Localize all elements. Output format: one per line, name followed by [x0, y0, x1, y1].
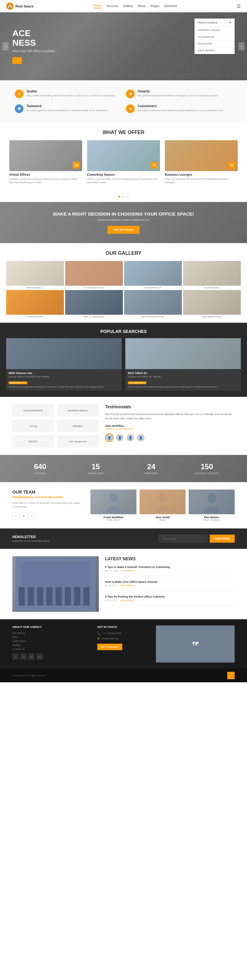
hamburger-icon[interactable]: ☰ — [237, 4, 241, 9]
gallery-label-crescent: 67 CRESCENT AVE. — [65, 286, 123, 289]
feature-commitment: ♥ Commitment We make a difference that m… — [123, 101, 235, 116]
team-cards: Frank McMillan Front, Broker Jane Smith … — [91, 490, 235, 521]
gallery-item-monroe[interactable]: 960 MONROE ST. — [6, 261, 64, 289]
gallery-item-branch[interactable]: 627 BRANCH ST. — [124, 261, 182, 289]
gallery-item-linden[interactable]: 9447 E. LINDEN AVE. — [65, 290, 123, 318]
news-meta-3: Apr 20, 2017 · Jane Webster — [105, 599, 235, 601]
logo-border-bench: BORDER BENCH — [57, 404, 99, 417]
offer-badge-coworking: 75 — [151, 162, 158, 169]
svg-rect-16 — [74, 587, 80, 606]
offer-dot-3[interactable] — [127, 196, 129, 198]
dropdown-item-view-report[interactable]: VIEW REPORT — [194, 47, 235, 54]
hero-cta-button[interactable]: › — [12, 57, 22, 64]
nav-link-services[interactable]: Services — [107, 4, 118, 8]
footer-social-twitter[interactable]: t — [21, 654, 27, 660]
footer-phone: 📞 +1 718-549-0528 — [97, 632, 150, 635]
news-content: LATEST NEWS 5 Tips to Make a Smooth Tran… — [105, 556, 235, 612]
gallery-section: OUR GALLERY 960 MONROE ST. 67 CRESCENT A… — [0, 243, 247, 323]
logo[interactable]: 🏠 Real Space — [6, 2, 33, 10]
footer-link-history[interactable]: Our History — [12, 632, 91, 635]
footer-get-result-button[interactable]: GET A RESULT — [97, 644, 122, 650]
footer-link-news[interactable]: Latest News — [12, 640, 91, 643]
team-next-button[interactable]: + — [21, 512, 27, 519]
team-photo-jane — [140, 490, 186, 514]
popular-badge-talbot[interactable]: 150 MAIN AVE > — [128, 382, 147, 384]
hero-dropdown-header[interactable]: About Company ▼ — [194, 19, 235, 27]
avatar-2[interactable]: 👤 — [115, 433, 124, 442]
hero-section: ‹ ACE NESS More than 160 offices availab… — [0, 12, 247, 80]
gallery-label-branch: 627 BRANCH ST. — [124, 286, 182, 289]
avatar-3[interactable]: 👤 — [126, 433, 135, 442]
team-role-ben: Chief Coordinator — [189, 519, 235, 521]
footer-social: f t in g+ — [12, 654, 91, 660]
dropdown-item-company-values[interactable]: COMPANY VALUES — [194, 27, 235, 33]
nav-link-news[interactable]: News — [138, 4, 146, 8]
nav-link-gallery[interactable]: Gallery — [123, 4, 133, 8]
back-to-top-button[interactable]: ↑ — [227, 672, 235, 679]
gallery-item-lantern[interactable]: 92 LANTERN DR. — [6, 290, 64, 318]
newsletter-email-input[interactable] — [158, 535, 208, 542]
footer-phone-number: +1 718-549-0528 — [103, 632, 122, 635]
nav-link-pages[interactable]: Pages — [151, 4, 159, 8]
popular-section: POPULAR SEARCHES 9500 Classon Ave. (Virt… — [0, 323, 247, 397]
hero-subtitle: More than 160 offices available — [12, 49, 55, 53]
offer-section: WHAT WE OFFER 74 Virtual Offices Establi… — [0, 122, 247, 202]
newsletter-subscribe-button[interactable]: SUBSCRIBE — [210, 535, 235, 542]
footer-social-facebook[interactable]: f — [12, 654, 19, 660]
team-photo-ben — [189, 490, 235, 514]
nav-link-elements[interactable]: Elements — [164, 4, 177, 8]
footer-bottom: © Real Space. All Rights Reserved. ↑ — [0, 669, 247, 682]
team-prev-button[interactable]: ‹ — [12, 512, 19, 519]
map-icon: 🗺 — [192, 641, 199, 648]
offer-title-virtual: Virtual Offices — [9, 173, 82, 177]
offer-card-virtual: 74 Virtual Offices Establish a business … — [9, 140, 82, 184]
news-meta-1: May 30, 2019 · Jane Williams — [105, 570, 235, 572]
logo-strong: strong — [12, 420, 54, 432]
gallery-item-fairfield[interactable]: 538 FAIRFIELD DR. — [183, 290, 241, 318]
popular-badge-classon[interactable]: VIEW OFFICE > — [9, 382, 27, 384]
gallery-item-crescent[interactable]: 67 CRESCENT AVE. — [65, 261, 123, 289]
nav-link-home[interactable]: Home — [93, 4, 102, 8]
gallery-label-richardson: 941 RICHARDSON DR. — [124, 316, 182, 318]
popular-name-classon: 9500 Classon Ave. — [9, 372, 119, 375]
popular-desc-talbot: This is a great and social-distancing-en… — [128, 385, 238, 388]
stat-label-partners: PARTNERS — [123, 472, 179, 475]
team-card-frank: Frank McMillan Front, Broker — [91, 490, 137, 521]
avatar-1[interactable]: 👤 — [105, 433, 114, 442]
gallery-item-wood[interactable]: 90 WOOD AVE. — [183, 261, 241, 289]
offer-card-coworking: 75 Coworking Spaces Work in a virtual of… — [87, 140, 160, 184]
stat-label-visitors: MONTHLY VISITORS — [179, 472, 235, 475]
gallery-label-monroe: 960 MONROE ST. — [6, 286, 64, 289]
news-title-2[interactable]: How to Make Your Office Space Greener — [105, 580, 235, 584]
footer-email: ✉ info@resite.org — [97, 637, 150, 640]
footer-social-googleplus[interactable]: g+ — [37, 654, 43, 660]
cta-button[interactable]: GET IN TOUCH — [107, 226, 140, 234]
svg-point-7 — [204, 506, 219, 513]
news-title-3[interactable]: 8 Tips for Picking the Perfect Office Ca… — [105, 595, 235, 598]
testimonial-avatars: 👤 👤 👤 👤 — [105, 433, 235, 442]
offer-title-business: Business Lounges — [165, 173, 238, 177]
footer-link-faq[interactable]: FAQ — [12, 636, 91, 638]
phone-icon: 📞 — [97, 632, 101, 635]
team-card-ben: Ben Wilson Chief Coordinator — [189, 490, 235, 521]
offer-dot-1[interactable] — [118, 196, 120, 198]
team-heading: OUR TEAM — [12, 490, 84, 495]
feature-icon-quality: ★ — [15, 89, 24, 98]
offer-dot-2[interactable] — [123, 196, 124, 198]
footer-link-gallery[interactable]: Gallery — [12, 644, 91, 646]
team-add-button[interactable]: › — [29, 512, 35, 519]
gallery-item-richardson[interactable]: 941 RICHARDSON DR. — [124, 290, 182, 318]
stat-label-years: YEARS IN BIZ — [68, 472, 123, 475]
footer-col-contact: GET IN TOUCH 📞 +1 718-549-0528 ✉ info@re… — [97, 625, 150, 662]
svg-point-3 — [106, 506, 121, 513]
offer-grid: 74 Virtual Offices Establish a business … — [0, 140, 247, 190]
team-photo-frank — [91, 490, 137, 514]
footer-link-contact[interactable]: Contact Us — [12, 648, 91, 651]
dropdown-item-our-vision[interactable]: OUR VISION — [194, 40, 235, 47]
dropdown-item-our-mission[interactable]: OUR MISSION — [194, 33, 235, 40]
footer-social-linkedin[interactable]: in — [29, 654, 35, 660]
news-title-1[interactable]: 5 Tips to Make a Smooth Transition to Co… — [105, 565, 235, 569]
hero-next-button[interactable]: › — [238, 42, 245, 50]
hero-prev-button[interactable]: ‹ — [2, 42, 9, 50]
avatar-4[interactable]: 👤 — [137, 433, 145, 442]
